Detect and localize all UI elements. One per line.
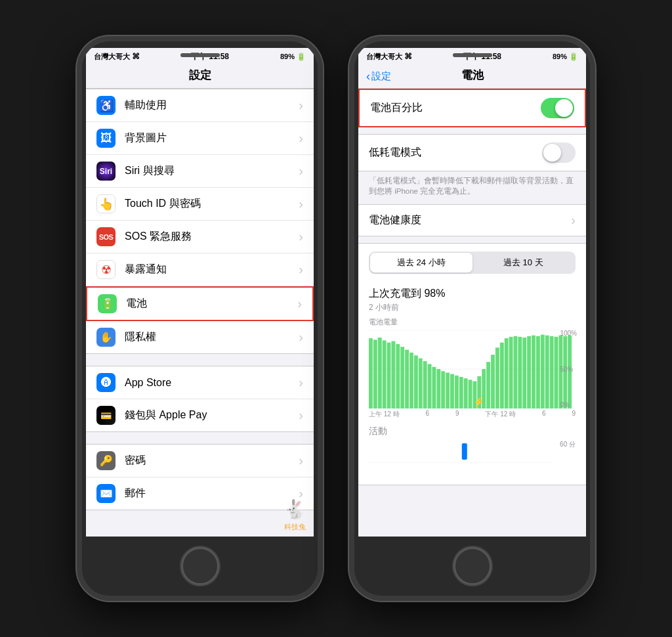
list-item-privacy[interactable]: ✋ 隱私權	[86, 321, 314, 353]
svg-rect-9	[396, 344, 400, 408]
watermark-left: 🐇 科技兔	[284, 498, 306, 532]
battery-pct-label: 電池百分比	[370, 101, 541, 115]
wallpaper-label: 背景圖片	[125, 131, 299, 145]
svg-rect-4	[373, 340, 377, 408]
list-item-sos[interactable]: SOS SOS 緊急服務	[86, 221, 314, 253]
activity-section: 活動 60 分	[358, 420, 586, 472]
svg-rect-37	[522, 338, 526, 408]
svg-rect-41	[541, 335, 545, 408]
svg-rect-31	[495, 347, 499, 408]
chevron-sos	[299, 229, 303, 244]
svg-rect-34	[509, 337, 513, 408]
svg-rect-49	[462, 443, 467, 460]
settings-group-1: ♿ 輔助使用 🖼 背景圖片 Siri	[86, 89, 314, 354]
home-button-left[interactable]	[181, 547, 219, 585]
list-item-wallpaper[interactable]: 🖼 背景圖片	[86, 122, 314, 155]
list-item-wallet[interactable]: 💳 錢包與 Apple Pay	[86, 399, 314, 431]
watermark-text: 科技兔	[284, 523, 306, 531]
activity-chart	[369, 440, 555, 463]
list-item-touchid[interactable]: 👆 Touch ID 與密碼	[86, 188, 314, 221]
list-item-siri[interactable]: Siri Siri 與搜尋	[86, 155, 314, 188]
battery-icon: 🔋	[98, 294, 117, 313]
x-label-9p: 9	[572, 410, 576, 419]
svg-rect-24	[464, 378, 468, 408]
svg-rect-33	[505, 338, 509, 408]
toggle-thumb-on	[555, 99, 573, 117]
wallet-label: 錢包與 Apple Pay	[125, 408, 299, 422]
carrier-text: 台灣大哥大	[94, 52, 130, 62]
privacy-icon: ✋	[96, 328, 116, 347]
x-label-12p: 下午 12 時	[485, 410, 516, 419]
svg-rect-35	[514, 336, 518, 408]
chart-x-labels: 上午 12 時 6 9 下午 12 時 6 9	[369, 408, 576, 420]
svg-rect-40	[536, 336, 540, 408]
svg-rect-14	[419, 359, 423, 408]
status-right-right: 89% 🔋	[553, 53, 578, 61]
status-right: 89% 🔋	[280, 53, 306, 61]
battery-chart: ⚡	[369, 330, 576, 408]
svg-rect-18	[436, 369, 440, 408]
list-item-exposure[interactable]: ☢ 暴露通知	[86, 253, 314, 286]
bottom-gap	[86, 510, 314, 537]
speaker	[180, 53, 220, 57]
list-item-accessibility[interactable]: ♿ 輔助使用	[86, 89, 314, 122]
chevron-passwords	[299, 453, 303, 468]
svg-rect-23	[459, 377, 463, 408]
speaker-right	[453, 53, 492, 57]
mail-label: 郵件	[125, 487, 299, 500]
svg-rect-30	[491, 355, 495, 408]
battery-health-row[interactable]: 電池健康度	[358, 205, 586, 236]
status-left: 台灣大哥大 ⌘	[94, 52, 140, 62]
svg-rect-20	[446, 373, 450, 409]
home-button-right[interactable]	[453, 547, 492, 585]
chevron-privacy	[299, 330, 303, 345]
exposure-label: 暴露通知	[125, 263, 299, 276]
wifi-icon: ⌘	[132, 52, 140, 61]
segment-24h[interactable]: 過去 24 小時	[370, 253, 472, 273]
chart-label: 電池電量	[369, 317, 576, 327]
chart-wrapper: ⚡ 100% 50% 0%	[369, 330, 576, 408]
phone-bottom-left	[82, 537, 318, 596]
battery-icon-left: 🔋	[297, 53, 306, 61]
gap-1	[86, 354, 314, 366]
svg-rect-13	[414, 355, 418, 408]
chevron-accessibility	[299, 98, 303, 113]
back-button[interactable]: ‹ 設定	[366, 69, 391, 83]
chevron-wallpaper	[299, 131, 303, 146]
list-item-mail[interactable]: ✉️ 郵件	[86, 477, 314, 510]
low-power-toggle[interactable]	[542, 143, 576, 163]
list-item-appstore[interactable]: 🅐 App Store	[86, 366, 314, 399]
exposure-icon: ☢	[96, 260, 116, 279]
settings-list[interactable]: ♿ 輔助使用 🖼 背景圖片 Siri	[86, 89, 314, 537]
svg-rect-39	[532, 336, 536, 408]
gap-2	[86, 432, 314, 444]
battery-text-left: 89%	[280, 53, 295, 60]
wallpaper-icon: 🖼	[96, 129, 116, 148]
chevron-siri	[299, 164, 303, 179]
svg-rect-32	[500, 343, 504, 408]
svg-rect-15	[423, 361, 427, 408]
wallet-icon: 💳	[96, 406, 116, 425]
x-label-9a: 9	[455, 410, 459, 419]
list-item-passwords[interactable]: 🔑 密碼	[86, 445, 314, 477]
toggle-thumb-off	[543, 144, 561, 162]
list-item-battery[interactable]: 🔋 電池	[86, 286, 314, 321]
battery-pct-group: 電池百分比	[358, 89, 586, 127]
sos-icon: SOS	[96, 227, 116, 246]
y-label-50: 50%	[560, 366, 577, 373]
charge-title: 上次充電到 98%	[369, 287, 576, 301]
battery-text-right: 89%	[553, 53, 567, 60]
svg-rect-17	[432, 367, 436, 408]
low-power-row: 低耗電模式	[358, 135, 586, 171]
left-screen: 台灣大哥大 ⌘ 下午 11:58 89% 🔋 設定	[86, 48, 314, 537]
battery-pct-toggle[interactable]	[541, 98, 574, 118]
svg-text:⚡: ⚡	[473, 395, 485, 408]
carrier-text-right: 台灣大哥大	[366, 52, 402, 62]
segment-10d[interactable]: 過去 10 天	[472, 253, 575, 273]
battery-pct-section: 電池百分比	[358, 89, 586, 127]
low-power-label: 低耗電模式	[369, 146, 542, 160]
time-segment-control: 過去 24 小時 過去 10 天	[369, 252, 576, 274]
x-label-6p: 6	[542, 410, 546, 419]
svg-rect-25	[469, 380, 472, 409]
svg-rect-8	[391, 341, 395, 409]
